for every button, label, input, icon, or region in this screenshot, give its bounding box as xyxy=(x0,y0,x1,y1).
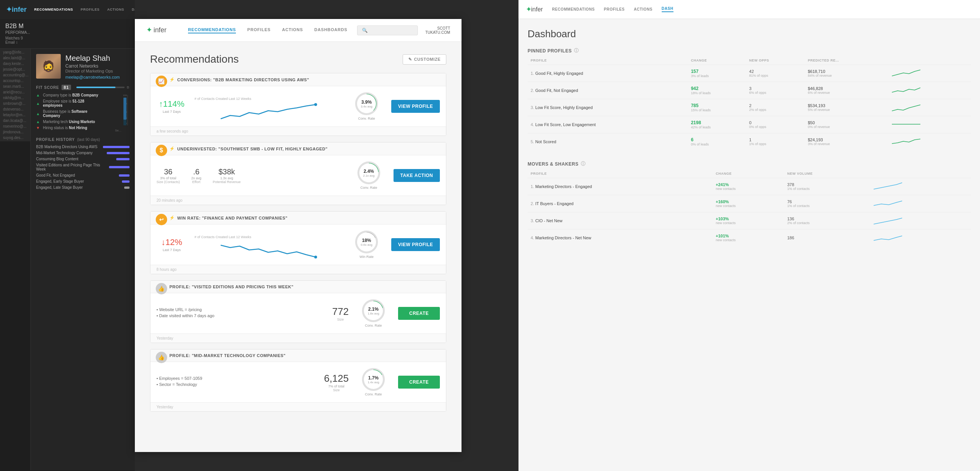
email-item[interactable]: smbrown@... xyxy=(3,101,27,107)
nav-actions[interactable]: ACTIONS xyxy=(282,27,303,33)
table-row[interactable]: 2. IT Buyers - Engaged +160%new contacts… xyxy=(528,195,971,212)
gauge-avg-5: 1.4x avg xyxy=(368,380,379,384)
pinned-profiles-title: PINNED PROFILES ⓘ xyxy=(528,48,971,54)
trend-2 xyxy=(889,82,971,99)
email-item[interactable]: accounting@... xyxy=(3,72,27,78)
right-nav-dash[interactable]: DASH xyxy=(662,6,673,12)
winrate-chart: # of Contacts Created Last 12 Weeks xyxy=(194,235,342,254)
create-button-2[interactable]: CREATE xyxy=(398,376,440,388)
nav-logo: ✦ infer xyxy=(146,24,173,37)
info-icon-1: ⓘ xyxy=(574,48,579,54)
main-nav: ✦ infer RECOMMENDATIONS PROFILES ACTIONS… xyxy=(135,19,461,42)
email-item[interactable]: jessie@opt... xyxy=(3,67,27,72)
left-nav-actions[interactable]: ACTIONS xyxy=(107,8,124,11)
left-nav-profiles[interactable]: PROFILES xyxy=(81,8,100,11)
metrics-row: 36 3% of total Size (Contacts) .6 2x avg… xyxy=(156,167,241,184)
profile-name-3: 3. Low Fit Score, Highly Engaged xyxy=(528,99,688,116)
email-item[interactable]: ariel@recu... xyxy=(3,89,27,95)
email-item[interactable]: sean.marti... xyxy=(3,84,27,89)
rec-timestamp-2: 20 minutes ago xyxy=(150,196,446,205)
rec-card-winrate: ↩ ⚡ WIN RATE: "FINANCE AND PAYMENT COMPA… xyxy=(150,211,446,274)
mover-vol-2: 761% of contacts xyxy=(784,195,870,212)
rec-card-profile-1: 👍 PROFILE: "VISITED EDITIONS AND PRICING… xyxy=(150,280,446,343)
view-profile-button-1[interactable]: VIEW PROFILE xyxy=(391,100,440,113)
customize-button[interactable]: ✎ CUSTOMIZE xyxy=(402,54,446,65)
email-sort[interactable]: Email ↕ xyxy=(5,40,129,45)
email-item[interactable]: alex.laird@... xyxy=(3,55,27,61)
email-item[interactable]: dan.licata@... xyxy=(3,118,27,123)
mover-col-chart xyxy=(870,172,971,178)
right-logo: ✦infer xyxy=(526,6,543,13)
rec-title-2: UNDERINVESTED: "SOUTHWEST SMB - LOW FIT,… xyxy=(177,146,328,151)
stat-effort-label: Effort xyxy=(191,180,202,184)
email-item[interactable]: letaylor@m... xyxy=(3,112,27,118)
table-row[interactable]: 3. Low Fit Score, Highly Engaged 78515% … xyxy=(528,99,971,116)
mover-vol-1: 3781% of contacts xyxy=(784,178,870,195)
opps-1: 4281% of opps xyxy=(746,65,805,82)
gauge-circle: 3.9% 3.4x avg xyxy=(355,92,378,115)
rec-timestamp-1: a few seconds ago xyxy=(150,126,446,135)
rec-timestamp-4: Yesterday xyxy=(150,334,446,343)
table-row[interactable]: 1. Marketing Directors - Engaged +241%ne… xyxy=(528,178,971,195)
left-panel: ✦infer RECOMMENDATIONS PROFILES ACTIONS … xyxy=(0,0,135,471)
metric-value: ↑114% xyxy=(156,99,187,109)
profile-name: Meelap Shah xyxy=(65,54,120,63)
email-item[interactable]: dstevenso... xyxy=(3,107,27,112)
chart-label-3: # of Contacts Created Last 12 Weeks xyxy=(194,235,342,239)
stat-size-label: Size (Contacts) xyxy=(156,180,180,184)
gauge-pct-4: 2.1% xyxy=(368,307,378,312)
left-nav-da: DA... xyxy=(132,8,135,11)
right-nav-profiles[interactable]: PROFILES xyxy=(604,7,625,11)
search-bar[interactable]: 🔍 xyxy=(357,25,418,35)
nav-profiles[interactable]: PROFILES xyxy=(247,27,270,33)
email-item[interactable]: yang@infe... xyxy=(3,49,27,55)
user-menu[interactable]: SCOTT TUKATU.COM xyxy=(425,26,450,35)
gauge-label: Conv. Rate xyxy=(358,117,375,120)
table-row[interactable]: 4. Marketing Directors - Net New +101%ne… xyxy=(528,229,971,247)
trend-4 xyxy=(889,116,971,133)
mover-trend-1 xyxy=(870,178,971,195)
right-nav-recommendations[interactable]: RECOMMENDATIONS xyxy=(552,7,595,11)
table-row[interactable]: 1. Good Fit, Highly Engaged 1573% of lea… xyxy=(528,65,971,82)
mover-trend-2 xyxy=(870,195,971,212)
rec-metric-value: ↑114% Last 7 Days xyxy=(156,99,187,114)
nav-links: RECOMMENDATIONS PROFILES ACTIONS DASHBOA… xyxy=(188,27,357,33)
history-item-7: Engaged, Late Stage Buyer xyxy=(36,185,129,189)
table-row[interactable]: 5. Not Scored 60% of leads 11% of opps $… xyxy=(528,133,971,150)
gauge-avg-2: 2.1x avg xyxy=(363,174,374,177)
history-bar xyxy=(109,166,129,168)
table-row[interactable]: 4. Low Fit Score, Low Engagement 219842%… xyxy=(528,116,971,133)
view-profile-button-3[interactable]: VIEW PROFILE xyxy=(391,238,440,251)
size-val-2: 6,125 xyxy=(324,372,349,384)
dollar-icon: $ xyxy=(156,145,167,156)
right-nav-actions[interactable]: ACTIONS xyxy=(634,7,652,11)
email-item[interactable]: nikhilg@m... xyxy=(3,95,27,101)
nav-recommendations[interactable]: RECOMMENDATIONS xyxy=(188,27,236,33)
take-action-button[interactable]: TAKE ACTION xyxy=(393,169,440,182)
email-item[interactable]: accountsp... xyxy=(3,78,27,84)
gauge-avg: 3.4x avg xyxy=(361,105,372,108)
create-button-1[interactable]: CREATE xyxy=(398,307,440,320)
table-row[interactable]: 2. Good Fit, Not Engaged 94218% of leads… xyxy=(528,82,971,99)
right-panel: ✦infer RECOMMENDATIONS PROFILES ACTIONS … xyxy=(519,0,980,471)
profile-email[interactable]: meelap@carrotnetworks.com xyxy=(65,75,120,80)
gauge-4: 2.1% 1.8x avg Conv. Rate xyxy=(356,299,390,328)
change-4: 219842% of leads xyxy=(688,116,746,133)
nav-dashboards[interactable]: DASHBOARDS xyxy=(315,27,348,33)
thumbs-up-icon-1: 👍 xyxy=(156,283,167,294)
rec-body-3: ↓12% Last 7 Days # of Contacts Created L… xyxy=(150,224,446,265)
svg-point-11 xyxy=(314,256,317,259)
fit-item-4: ▲ Marketing tech Using Marketo xyxy=(36,119,104,124)
email-item[interactable]: jimdonova... xyxy=(3,129,27,135)
table-row[interactable]: 3. CIO - Net New +103%new contacts 1362%… xyxy=(528,212,971,229)
history-list: B2B Marketing Directors Using AWS Mid-Ma… xyxy=(36,145,129,189)
fit-score-section: FIT SCORE 81 B xyxy=(36,85,129,90)
rev-3: $534,1935% of revenue xyxy=(805,99,889,116)
email-item[interactable]: suyog.des... xyxy=(3,135,27,140)
email-item[interactable]: davy.keste... xyxy=(3,61,27,67)
fit-item-5: ▼ Hiring status is Not Hiring xyxy=(36,126,104,130)
left-nav-recommendations[interactable]: RECOMMENDATIONS xyxy=(34,8,73,11)
conversion-gauge: 3.9% 3.4x avg Conv. Rate xyxy=(350,92,383,120)
email-item[interactable]: nseverino@... xyxy=(3,123,27,129)
change-5: 60% of leads xyxy=(688,133,746,150)
